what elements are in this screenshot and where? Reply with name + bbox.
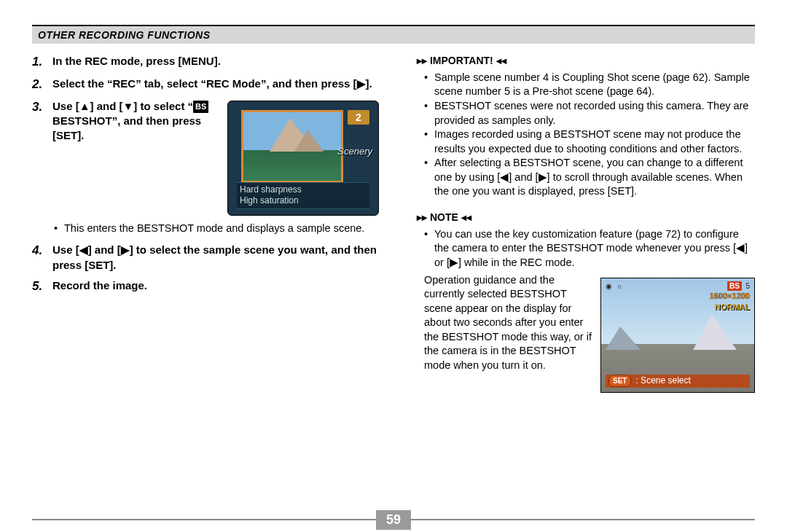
osd-left-icons: ◉ ☼ <box>606 281 623 313</box>
left-column: 1. In the REC mode, press [MENU]. 2. Sel… <box>32 54 379 393</box>
scene-description: Hard sharpness High saturation <box>237 182 369 209</box>
step3-post: BESTSHOT”, and then press [SET]. <box>52 114 201 141</box>
mountain-icon <box>693 315 737 350</box>
step-3: 3. Use [▲] and [▼] to select “BS BESTSHO… <box>32 99 379 216</box>
scene-desc-line: High saturation <box>240 195 367 207</box>
step-number: 1. <box>32 54 52 71</box>
osd-guidance-bar: SET : Scene select <box>606 375 750 388</box>
note-with-screenshot: Operation guidance and the currently sel… <box>424 273 755 393</box>
bullet-text: After selecting a BESTSHOT scene, you ca… <box>434 156 755 199</box>
step-text: Use [◀] and [▶] to select the sample sce… <box>52 243 379 273</box>
osd-resolution: 1600×1200 <box>710 291 750 302</box>
heading-text: NOTE <box>430 211 458 223</box>
step-number: 5. <box>32 278 52 295</box>
important-heading: ▸▸ IMPORTANT! ◂◂ <box>417 54 755 68</box>
step-text: Use [▲] and [▼] to select “BS BESTSHOT”,… <box>52 99 220 144</box>
step-text: In the REC mode, press [MENU]. <box>52 54 379 71</box>
bullet-dot-icon: • <box>54 222 64 236</box>
bullet-text: BESTSHOT scenes were not recorded using … <box>434 99 755 128</box>
double-arrow-right-icon: ▸▸ <box>417 211 427 223</box>
step-text: Record the image. <box>52 278 379 295</box>
bestshot-badge-icon: BS <box>193 101 208 113</box>
sub-bullet-text: This enters the BESTSHOT mode and displa… <box>64 222 364 236</box>
step-3-sub-bullet: • This enters the BESTSHOT mode and disp… <box>54 222 379 236</box>
double-arrow-left-icon: ◂◂ <box>461 211 471 223</box>
note-bullets: •You can use the key customization featu… <box>424 227 755 270</box>
note-heading: ▸▸ NOTE ◂◂ <box>417 211 755 224</box>
bullet-dot-icon: • <box>424 99 434 128</box>
osd-top-row: ◉ ☼ BS 5 1600×1200 NORMAL <box>606 281 750 313</box>
bullet-text: Images recorded using a BESTSHOT scene m… <box>434 128 755 156</box>
bullet-dot-icon: • <box>424 71 434 99</box>
bullet-item: •After selecting a BESTSHOT scene, you c… <box>424 156 755 199</box>
bullet-dot-icon: • <box>424 128 434 156</box>
step-number: 2. <box>32 77 52 93</box>
mountain-icon <box>294 130 324 152</box>
sample-scene-screenshot: 2 Scenery Hard sharpness High saturation <box>227 101 379 216</box>
important-bullets: •Sample scene number 4 is Coupling Shot … <box>424 71 755 199</box>
step-2: 2. Select the “REC” tab, select “REC Mod… <box>32 77 379 93</box>
scene-thumbnail <box>241 110 343 183</box>
step-1: 1. In the REC mode, press [MENU]. <box>32 54 379 71</box>
bullet-dot-icon: • <box>424 156 434 199</box>
display-screenshot: ◉ ☼ BS 5 1600×1200 NORMAL SET : Scene se… <box>600 278 755 393</box>
bullet-text: Sample scene number 4 is Coupling Shot s… <box>434 71 755 99</box>
section-header: OTHER RECORDING FUNCTIONS <box>32 25 755 44</box>
bullet-item: •Images recorded using a BESTSHOT scene … <box>424 128 755 156</box>
guidance-text: : Scene select <box>635 375 690 386</box>
double-arrow-right-icon: ▸▸ <box>417 55 427 66</box>
osd-right-block: BS 5 1600×1200 NORMAL <box>710 281 750 313</box>
manual-page: OTHER RECORDING FUNCTIONS 1. In the REC … <box>0 0 787 532</box>
step-number: 3. <box>32 99 52 144</box>
right-column: ▸▸ IMPORTANT! ◂◂ •Sample scene number 4 … <box>408 54 755 393</box>
bullet-item: •BESTSHOT scenes were not recorded using… <box>424 99 755 128</box>
page-footer: 59 <box>32 519 755 520</box>
bullet-item: •Sample scene number 4 is Coupling Shot … <box>424 71 755 99</box>
step-5: 5. Record the image. <box>32 278 379 295</box>
set-key-icon: SET <box>608 375 631 388</box>
content-columns: 1. In the REC mode, press [MENU]. 2. Sel… <box>32 54 755 393</box>
bestshot-badge-icon: BS <box>727 281 742 292</box>
bullet-dot-icon: • <box>424 227 434 270</box>
step3-pre: Use [▲] and [▼] to select “ <box>52 100 193 112</box>
double-arrow-left-icon: ◂◂ <box>496 55 506 66</box>
scene-name-label: Scenery <box>337 145 372 158</box>
scene-number-badge: 2 <box>348 110 369 125</box>
osd-scene-number: 5 <box>745 282 750 290</box>
step-text: Select the “REC” tab, select “REC Mode”,… <box>52 77 379 93</box>
scene-desc-line: Hard sharpness <box>240 184 367 196</box>
step-4: 4. Use [◀] and [▶] to select the sample … <box>32 243 379 273</box>
osd-quality: NORMAL <box>710 302 750 313</box>
heading-text: IMPORTANT! <box>430 55 493 66</box>
bullet-item: •You can use the key customization featu… <box>424 227 755 270</box>
bullet-text: You can use the key customization featur… <box>434 227 755 270</box>
note-text-block: Operation guidance and the currently sel… <box>424 273 592 393</box>
mountain-icon <box>606 326 641 350</box>
page-number: 59 <box>376 510 411 530</box>
step-number: 4. <box>32 243 52 273</box>
